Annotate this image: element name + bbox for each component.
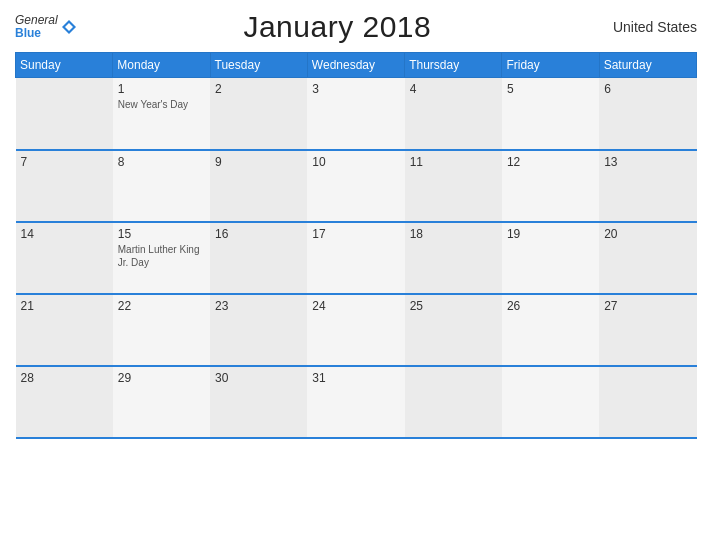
calendar-week-3: 1415Martin Luther King Jr. Day1617181920 (16, 222, 697, 294)
day-number: 28 (21, 371, 108, 385)
logo-icon (60, 18, 78, 36)
day-number: 17 (312, 227, 399, 241)
weekday-header-thursday: Thursday (405, 53, 502, 78)
day-number: 11 (410, 155, 497, 169)
calendar-cell: 12 (502, 150, 599, 222)
day-number: 6 (604, 82, 691, 96)
calendar-cell: 31 (307, 366, 404, 438)
calendar-cell: 20 (599, 222, 696, 294)
country-label: United States (597, 19, 697, 35)
calendar-week-1: 1New Year's Day23456 (16, 78, 697, 150)
calendar-cell: 16 (210, 222, 307, 294)
day-number: 12 (507, 155, 594, 169)
day-number: 15 (118, 227, 205, 241)
day-number: 7 (21, 155, 108, 169)
weekday-header-sunday: Sunday (16, 53, 113, 78)
day-number: 14 (21, 227, 108, 241)
day-number: 21 (21, 299, 108, 313)
calendar-cell: 10 (307, 150, 404, 222)
calendar-cell: 14 (16, 222, 113, 294)
weekday-row: SundayMondayTuesdayWednesdayThursdayFrid… (16, 53, 697, 78)
day-number: 4 (410, 82, 497, 96)
day-number: 8 (118, 155, 205, 169)
calendar-table: SundayMondayTuesdayWednesdayThursdayFrid… (15, 52, 697, 439)
calendar-cell: 24 (307, 294, 404, 366)
calendar-cell: 21 (16, 294, 113, 366)
calendar-header: SundayMondayTuesdayWednesdayThursdayFrid… (16, 53, 697, 78)
day-number: 31 (312, 371, 399, 385)
day-number: 19 (507, 227, 594, 241)
day-number: 10 (312, 155, 399, 169)
weekday-header-monday: Monday (113, 53, 210, 78)
day-number: 25 (410, 299, 497, 313)
weekday-header-tuesday: Tuesday (210, 53, 307, 78)
day-number: 20 (604, 227, 691, 241)
calendar-cell: 2 (210, 78, 307, 150)
calendar-cell: 30 (210, 366, 307, 438)
month-title: January 2018 (78, 10, 597, 44)
calendar-page: General Blue January 2018 United States … (0, 0, 712, 550)
day-number: 22 (118, 299, 205, 313)
calendar-cell: 25 (405, 294, 502, 366)
logo-blue-text: Blue (15, 27, 58, 40)
calendar-cell: 5 (502, 78, 599, 150)
weekday-header-wednesday: Wednesday (307, 53, 404, 78)
header: General Blue January 2018 United States (15, 10, 697, 44)
day-number: 18 (410, 227, 497, 241)
day-number: 27 (604, 299, 691, 313)
calendar-cell: 28 (16, 366, 113, 438)
day-number: 13 (604, 155, 691, 169)
calendar-cell: 3 (307, 78, 404, 150)
calendar-cell (405, 366, 502, 438)
weekday-header-saturday: Saturday (599, 53, 696, 78)
day-number: 1 (118, 82, 205, 96)
calendar-cell (16, 78, 113, 150)
calendar-cell (599, 366, 696, 438)
calendar-week-5: 28293031 (16, 366, 697, 438)
calendar-cell: 15Martin Luther King Jr. Day (113, 222, 210, 294)
calendar-cell: 1New Year's Day (113, 78, 210, 150)
calendar-cell: 22 (113, 294, 210, 366)
calendar-cell: 29 (113, 366, 210, 438)
holiday-label: New Year's Day (118, 98, 205, 111)
calendar-cell: 18 (405, 222, 502, 294)
day-number: 30 (215, 371, 302, 385)
day-number: 26 (507, 299, 594, 313)
day-number: 5 (507, 82, 594, 96)
calendar-week-2: 78910111213 (16, 150, 697, 222)
calendar-cell: 6 (599, 78, 696, 150)
logo-text: General Blue (15, 14, 58, 40)
calendar-week-4: 21222324252627 (16, 294, 697, 366)
day-number: 9 (215, 155, 302, 169)
logo: General Blue (15, 14, 78, 40)
calendar-cell: 17 (307, 222, 404, 294)
calendar-cell: 7 (16, 150, 113, 222)
calendar-cell: 27 (599, 294, 696, 366)
day-number: 16 (215, 227, 302, 241)
weekday-header-friday: Friday (502, 53, 599, 78)
calendar-cell: 13 (599, 150, 696, 222)
day-number: 29 (118, 371, 205, 385)
day-number: 2 (215, 82, 302, 96)
calendar-cell (502, 366, 599, 438)
calendar-body: 1New Year's Day23456789101112131415Marti… (16, 78, 697, 438)
calendar-cell: 23 (210, 294, 307, 366)
day-number: 23 (215, 299, 302, 313)
calendar-cell: 8 (113, 150, 210, 222)
calendar-cell: 9 (210, 150, 307, 222)
day-number: 3 (312, 82, 399, 96)
calendar-cell: 19 (502, 222, 599, 294)
day-number: 24 (312, 299, 399, 313)
calendar-cell: 4 (405, 78, 502, 150)
calendar-cell: 11 (405, 150, 502, 222)
calendar-cell: 26 (502, 294, 599, 366)
holiday-label: Martin Luther King Jr. Day (118, 243, 205, 269)
